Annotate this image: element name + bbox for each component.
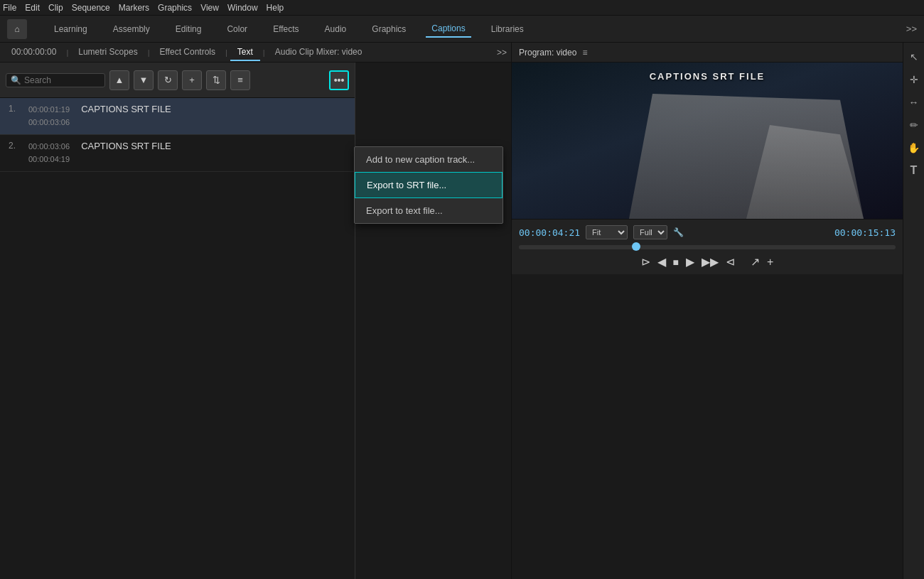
timecode-row: 00:00:04:21 Fit 25% 50% 100% Full 1/2 1/…: [519, 222, 896, 242]
nav-graphics[interactable]: Graphics: [366, 21, 412, 37]
caption-text-1: CAPTIONS SRT FILE: [81, 104, 171, 114]
dropdown-export-text[interactable]: Export to text file...: [355, 198, 503, 223]
program-header: Program: video ≡: [512, 43, 903, 63]
up-button[interactable]: ▲: [109, 70, 129, 90]
prev-frame-button[interactable]: ◀: [657, 255, 666, 269]
caption-right-space: [355, 63, 511, 579]
stop-button[interactable]: ■: [673, 256, 679, 268]
playback-controls: ⊳ ◀ ■ ▶ ▶▶ ⊲ ↗ +: [519, 252, 896, 271]
wrench-icon[interactable]: 🔧: [673, 227, 684, 237]
pan-tool-button[interactable]: ↔: [906, 94, 923, 111]
panel-expand-icon[interactable]: >>: [497, 48, 507, 58]
nav-audio[interactable]: Audio: [319, 21, 353, 37]
video-preview: CAPTIONS SRT FILE: [512, 63, 903, 219]
home-button[interactable]: ⌂: [7, 19, 27, 39]
caption-item-2[interactable]: 2. 00:00:03:06 00:00:04:19 CAPTIONS SRT …: [0, 135, 355, 172]
hand-tool-button[interactable]: ✋: [906, 139, 923, 156]
top-nav: ⌂ Learning Assembly Editing Color Effect…: [0, 16, 924, 43]
menu-window[interactable]: Window: [227, 3, 258, 13]
menu-edit[interactable]: Edit: [25, 3, 40, 13]
left-panel: 00:00:00:00 | Lumetri Scopes | Effect Co…: [0, 43, 512, 579]
fit-select[interactable]: Fit 25% 50% 100%: [586, 225, 628, 239]
caption-num-1: 1.: [9, 104, 20, 114]
panel-tabs: 00:00:00:00 | Lumetri Scopes | Effect Co…: [0, 43, 511, 63]
program-monitor: Program: video ≡ CAPTIONS SRT FILE 00:00…: [512, 43, 903, 579]
program-scrubber[interactable]: [519, 245, 896, 249]
nav-editing[interactable]: Editing: [170, 21, 208, 37]
nav-effects[interactable]: Effects: [267, 21, 304, 37]
video-caption-overlay: CAPTIONS SRT FILE: [650, 71, 765, 82]
play-button[interactable]: ▶: [686, 255, 694, 269]
topnav-expand[interactable]: >>: [906, 23, 917, 34]
caption-times-1: 00:00:01:19 00:00:03:06: [28, 104, 70, 129]
tab-audio-mixer[interactable]: Audio Clip Mixer: video: [268, 44, 370, 61]
main-layout: 00:00:00:00 | Lumetri Scopes | Effect Co…: [0, 43, 924, 579]
menu-help[interactable]: Help: [267, 3, 284, 13]
down-button[interactable]: ▼: [134, 70, 154, 90]
nav-captions[interactable]: Captions: [426, 21, 471, 38]
dropdown-export-srt[interactable]: Export to SRT file...: [355, 172, 503, 198]
add-button[interactable]: +: [182, 70, 202, 90]
mark-in-button[interactable]: ⊳: [641, 255, 650, 269]
menu-graphics[interactable]: Graphics: [158, 3, 192, 13]
text-tool-button[interactable]: T: [906, 162, 923, 179]
search-icon: 🔍: [11, 75, 21, 85]
nav-color[interactable]: Color: [221, 21, 253, 37]
total-timecode: 00:00:15:13: [834, 227, 896, 238]
settings1-button[interactable]: ⇅: [206, 70, 226, 90]
nav-assembly[interactable]: Assembly: [107, 21, 156, 37]
nav-libraries[interactable]: Libraries: [485, 21, 530, 37]
nav-learning[interactable]: Learning: [48, 21, 93, 37]
export-button[interactable]: ↗: [751, 255, 760, 269]
add-button-monitor[interactable]: +: [767, 256, 773, 269]
search-input[interactable]: [24, 75, 95, 85]
current-timecode[interactable]: 00:00:04:21: [519, 227, 580, 238]
right-toolbar: ↖ ✛ ↔ ✏ ✋ T: [903, 43, 924, 579]
zoom-tool-button[interactable]: ✛: [906, 71, 923, 88]
menu-file[interactable]: File: [3, 3, 16, 13]
text-area-container: 🔍 ▲ ▼ ↻ + ⇅ ≡ ••• 1.: [0, 63, 511, 579]
tab-effect-controls[interactable]: Effect Controls: [153, 44, 222, 61]
program-title: Program: video: [519, 48, 576, 58]
tab-lumetri[interactable]: Lumetri Scopes: [71, 44, 144, 61]
menu-view[interactable]: View: [200, 3, 219, 13]
menu-markers[interactable]: Markers: [119, 3, 149, 13]
selection-tool-button[interactable]: ↖: [906, 48, 923, 65]
more-options-button[interactable]: •••: [329, 70, 349, 90]
pen-tool-button[interactable]: ✏: [906, 117, 923, 134]
menu-clip[interactable]: Clip: [48, 3, 63, 13]
scrubber-handle[interactable]: [632, 242, 640, 251]
dropdown-add-caption-track[interactable]: Add to new caption track...: [355, 147, 503, 172]
caption-text-2: CAPTIONS SRT FILE: [81, 141, 171, 151]
search-box[interactable]: 🔍: [6, 73, 105, 87]
menu-bar: File Edit Clip Sequence Markers Graphics…: [0, 0, 924, 16]
program-menu-icon[interactable]: ≡: [582, 48, 587, 58]
dropdown-menu: Add to new caption track... Export to SR…: [354, 146, 503, 224]
settings2-button[interactable]: ≡: [230, 70, 250, 90]
next-frame-button[interactable]: ▶▶: [702, 255, 719, 269]
quality-select[interactable]: Full 1/2 1/4: [633, 225, 667, 239]
mark-out-button[interactable]: ⊲: [726, 255, 735, 269]
caption-toolbar: 🔍 ▲ ▼ ↻ + ⇅ ≡ •••: [0, 63, 355, 98]
program-controls: 00:00:04:21 Fit 25% 50% 100% Full 1/2 1/…: [512, 219, 903, 274]
right-area: Program: video ≡ CAPTIONS SRT FILE 00:00…: [512, 43, 924, 579]
caption-num-2: 2.: [9, 141, 20, 151]
refresh-button[interactable]: ↻: [158, 70, 178, 90]
tab-timecode[interactable]: 00:00:00:00: [4, 44, 63, 61]
caption-list-panel: 🔍 ▲ ▼ ↻ + ⇅ ≡ ••• 1.: [0, 63, 355, 579]
menu-sequence[interactable]: Sequence: [72, 3, 110, 13]
caption-items: 1. 00:00:01:19 00:00:03:06 CAPTIONS SRT …: [0, 98, 355, 579]
caption-times-2: 00:00:03:06 00:00:04:19: [28, 141, 70, 166]
tab-text[interactable]: Text: [230, 44, 260, 61]
caption-item-1[interactable]: 1. 00:00:01:19 00:00:03:06 CAPTIONS SRT …: [0, 98, 355, 135]
